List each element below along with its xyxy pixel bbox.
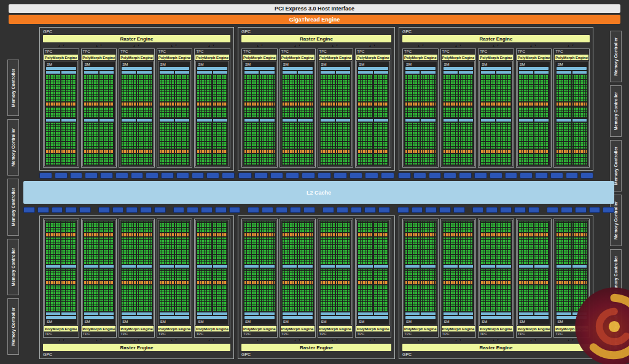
tpc-label: TPC [356,332,390,336]
sm-body [283,71,313,165]
ldst-unit-row [405,103,436,106]
cuda-core-grid [160,107,190,117]
cuda-core-grid [46,107,76,117]
polymorph-engine-bar: PolyMorph Engine [44,55,78,60]
sm-box: SM [120,61,154,166]
warp-scheduler-bar [197,71,227,74]
sm-partition [405,71,436,117]
sm-label: SM [121,62,152,67]
sm-box: SM [442,61,475,166]
up-down-arrow-icon: ▲▼ [241,338,279,343]
sm-body [481,71,511,165]
sm-partition [443,269,474,316]
cuda-core-grid [244,107,275,117]
ldst-unit-row [443,233,474,236]
sm-body [405,222,436,315]
sm-partition [84,269,114,316]
warp-scheduler-bar [122,71,152,74]
cuda-core-grid [358,238,388,264]
sm-box: SM [281,220,314,325]
warp-scheduler-bar [84,71,114,74]
up-down-arrow-icon: ▲▼ [316,43,354,48]
sm-partition [321,222,351,268]
kitguru-logo [574,287,629,364]
sm-partition [519,119,549,165]
ldst-unit-row [283,281,313,284]
cuda-core-grid [358,269,388,280]
tpc-label: TPC [319,50,353,54]
ldst-unit-row [557,103,587,106]
cuda-core-grid [519,238,549,264]
sm-instruction-cache-bar [122,67,152,70]
crossbar-block [201,207,213,213]
ldst-unit-row [481,103,511,106]
tpc-box: TPCPolyMorph EngineSM [440,219,477,338]
tpc-label: TPC [120,332,154,336]
sm-box: SM [319,61,353,166]
crossbar-arrows-row: ▲▼▲▼▲▼▲▼▲▼ [43,43,230,48]
sm-instruction-cache-bar [244,67,275,70]
up-down-arrow-icon: ▲▼ [118,43,155,48]
ldst-unit-row [443,103,474,106]
tpc-row: TPCPolyMorph EngineSMTPCPolyMorph Engine… [241,219,391,338]
sm-partition [481,119,511,165]
raster-engine-bar: Raster Engine [241,344,391,351]
ldst-unit-row [197,150,227,153]
crossbar-arrows-row: ▲▼▲▼▲▼▲▼ [241,338,391,343]
l2-cache-bar: L2 Cache [23,181,614,204]
cuda-core-grid [197,285,227,312]
cuda-core-grid [244,285,275,312]
ldst-unit-row [519,150,549,153]
crossbar-block [350,172,363,179]
crossbar-group [547,207,614,213]
warp-scheduler-bar [122,265,152,268]
warp-scheduler-bar [283,312,313,315]
ldst-unit-row [244,150,275,153]
warp-scheduler-bar [519,71,549,74]
memory-controller-label: Memory Controller [11,69,15,107]
sm-box: SM [195,61,229,166]
crossbar-row-top [39,172,593,179]
sm-label: SM [121,319,152,324]
polymorph-engine-bar: PolyMorph Engine [517,326,551,331]
cuda-core-grid [557,107,587,117]
warp-scheduler-bar [321,265,351,268]
sm-partition [160,222,190,268]
sm-partition [481,269,511,316]
sm-body [283,222,313,315]
warp-scheduler-bar [443,71,474,74]
sm-partition [197,119,227,165]
cuda-core-grid [481,107,511,117]
warp-scheduler-bar [46,312,76,315]
up-down-arrow-icon: ▲▼ [354,338,391,343]
cuda-core-grid [46,123,76,149]
sm-box: SM [479,220,513,325]
sm-box: SM [404,220,437,325]
cuda-core-grid [160,123,190,149]
tpc-box: TPCPolyMorph EngineSM [119,48,155,168]
sm-label: SM [84,62,115,67]
crossbar-group [397,207,465,213]
gigathread-engine-bar: GigaThread Engine [9,15,620,24]
gpc-label: GPC [241,29,391,34]
warp-scheduler-bar [160,312,190,315]
cuda-core-grid [358,285,388,312]
memory-controller-label: Memory Controller [11,308,15,346]
cuda-core-grid [244,123,275,149]
polymorph-engine-bar: PolyMorph Engine [158,55,192,60]
cuda-core-grid [481,222,511,232]
cuda-core-grid [244,269,275,280]
crossbar-block [547,207,558,213]
up-down-arrow-icon: ▲▼ [279,43,316,48]
cuda-core-grid [160,75,190,101]
ldst-unit-row [46,150,76,153]
sm-partition [46,269,76,316]
tpc-box: TPCPolyMorph EngineSM [194,48,230,168]
crossbar-block [443,172,456,179]
ldst-unit-row [46,233,76,236]
sm-instruction-cache-bar [557,67,587,70]
warp-scheduler-bar [160,119,190,122]
sm-partition [244,71,275,117]
warp-scheduler-bar [358,265,388,268]
ldst-unit-row [481,281,511,284]
